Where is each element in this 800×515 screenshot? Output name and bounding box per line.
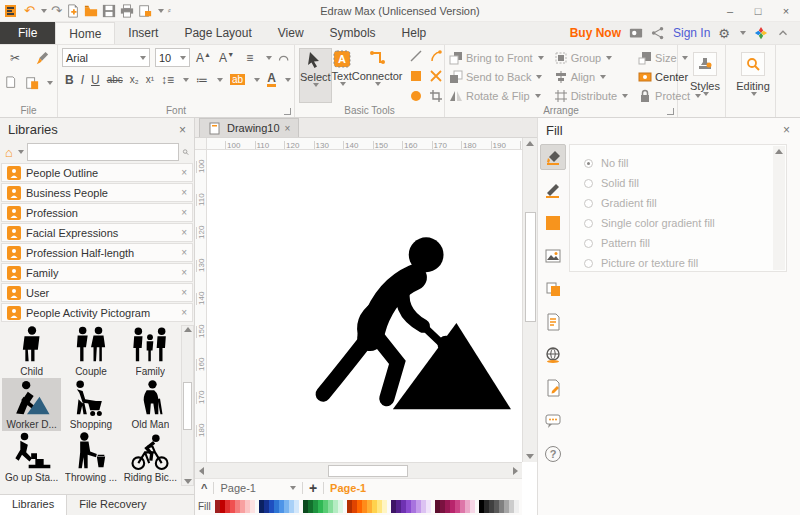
highlight-button[interactable]: ab: [230, 74, 245, 85]
paste-button[interactable]: [25, 73, 41, 93]
align-text-button[interactable]: ≡: [241, 51, 259, 65]
layers-icon[interactable]: [540, 276, 566, 302]
radio-icon[interactable]: [584, 159, 593, 168]
color-swatch[interactable]: [250, 500, 255, 513]
library-item[interactable]: Profession×: [1, 203, 193, 222]
font-size-combo[interactable]: 10: [155, 48, 190, 67]
symbol-riding-bicycle[interactable]: Riding Bic...: [121, 431, 180, 484]
highlight-dropdown-icon[interactable]: [254, 78, 260, 82]
customize-qat-button[interactable]: ⸗: [168, 6, 171, 15]
symbol-grid-scrollbar[interactable]: [181, 325, 194, 486]
styles-button[interactable]: Styles: [682, 48, 728, 96]
comment-icon[interactable]: [540, 408, 566, 434]
symbol-old-man[interactable]: Old Man: [121, 378, 180, 431]
connector-tool-button[interactable]: Connector: [352, 48, 403, 103]
symbol-child[interactable]: Child: [2, 325, 61, 378]
cut-button[interactable]: ✂: [4, 48, 26, 68]
color-swatch[interactable]: [426, 500, 431, 513]
symbol-go-up-stairs[interactable]: Go up Sta...: [2, 431, 61, 484]
library-item[interactable]: Profession Half-length×: [1, 243, 193, 262]
document-tab[interactable]: Drawing10 ×: [199, 118, 299, 137]
shrink-font-button[interactable]: A▼: [218, 51, 236, 65]
crop-tool-button[interactable]: [427, 87, 445, 105]
open-folder-button[interactable]: [84, 4, 98, 18]
symbol-throwing-trash[interactable]: Throwing ...: [61, 431, 120, 484]
home-dropdown-icon[interactable]: [18, 150, 24, 154]
search-icon[interactable]: [182, 145, 189, 159]
library-close-icon[interactable]: ×: [181, 207, 187, 218]
bold-button[interactable]: B: [65, 73, 74, 87]
library-close-icon[interactable]: ×: [181, 167, 187, 178]
settings-gear-icon[interactable]: ⚙: [718, 26, 730, 41]
radio-icon[interactable]: [584, 239, 593, 248]
tab-file[interactable]: File: [0, 22, 55, 44]
library-close-icon[interactable]: ×: [181, 227, 187, 238]
close-button[interactable]: ×: [772, 5, 800, 17]
grow-font-button[interactable]: A▲: [195, 51, 213, 65]
fill-option-picture[interactable]: Picture or texture fill: [584, 253, 784, 273]
group-button[interactable]: Group: [554, 49, 628, 67]
snapshot-icon[interactable]: [629, 26, 643, 40]
library-close-icon[interactable]: ×: [181, 307, 187, 318]
fill-panel-close-icon[interactable]: ×: [783, 123, 790, 137]
horizontal-scrollbar[interactable]: [195, 462, 522, 478]
strikethrough-button[interactable]: abc: [107, 74, 123, 85]
radio-icon[interactable]: [584, 199, 593, 208]
library-item[interactable]: Facial Expressions×: [1, 223, 193, 242]
bullets-button[interactable]: ≔: [196, 73, 208, 87]
italic-button[interactable]: I: [81, 73, 84, 87]
library-close-icon[interactable]: ×: [181, 287, 187, 298]
scroll-thumb[interactable]: [525, 212, 536, 322]
font-dialog-launcher[interactable]: [284, 108, 291, 115]
fill-options-scrollbar[interactable]: [773, 146, 785, 270]
line-spacing-dropdown-icon[interactable]: [183, 78, 189, 82]
paste-dropdown-icon[interactable]: [47, 81, 53, 85]
select-tool-button[interactable]: Select: [299, 48, 332, 103]
colorful-logo-icon[interactable]: [754, 26, 768, 40]
library-item[interactable]: Family×: [1, 263, 193, 282]
libraries-close-icon[interactable]: ×: [179, 123, 186, 137]
print-button[interactable]: [120, 4, 134, 18]
quick-color-icon[interactable]: [540, 210, 566, 236]
library-item[interactable]: People Activity Pictogram×: [1, 303, 193, 322]
tab-insert[interactable]: Insert: [115, 22, 171, 44]
share-icon[interactable]: [651, 26, 665, 40]
add-page-button[interactable]: +: [309, 481, 317, 495]
page-name[interactable]: Page-1: [220, 482, 255, 494]
tab-page-layout[interactable]: Page Layout: [171, 22, 264, 44]
scroll-down-icon[interactable]: [526, 454, 534, 459]
symbol-worker-digging[interactable]: Worker D...: [2, 378, 61, 431]
scroll-up-icon[interactable]: [526, 141, 534, 146]
tab-file-recovery[interactable]: File Recovery: [67, 495, 158, 515]
rotate-flip-button[interactable]: Rotate & Flip: [449, 87, 544, 105]
tab-home[interactable]: Home: [55, 22, 115, 44]
help-icon[interactable]: ?: [540, 441, 566, 467]
drawing-page[interactable]: [207, 150, 522, 462]
line-style-pen-icon[interactable]: [540, 177, 566, 203]
picture-icon[interactable]: [540, 243, 566, 269]
symbol-couple[interactable]: Couple: [61, 325, 120, 378]
underline-button[interactable]: U: [91, 73, 100, 87]
note-icon[interactable]: [540, 375, 566, 401]
radio-icon[interactable]: [584, 259, 593, 268]
font-color-button[interactable]: A: [267, 72, 276, 87]
collapse-ribbon-icon[interactable]: [776, 26, 790, 40]
arrange-dialog-launcher[interactable]: [667, 108, 674, 115]
export-button[interactable]: [138, 4, 152, 18]
pages-expand-icon[interactable]: ^: [201, 482, 207, 494]
active-page-tab[interactable]: Page-1: [330, 482, 366, 494]
library-item[interactable]: People Outline×: [1, 163, 193, 182]
undo-dropdown-icon[interactable]: [41, 9, 47, 13]
scroll-up-icon[interactable]: [184, 327, 192, 332]
scroll-thumb[interactable]: [328, 465, 408, 477]
ellipse-tool-button[interactable]: [407, 87, 425, 105]
rectangle-tool-button[interactable]: [407, 67, 425, 85]
text-tool-button[interactable]: A Text: [332, 48, 352, 103]
align-dropdown-icon[interactable]: [266, 56, 272, 60]
buy-now-link[interactable]: Buy Now: [570, 26, 621, 40]
worker-digging-shape[interactable]: [305, 228, 517, 433]
document-tab-close-icon[interactable]: ×: [285, 123, 291, 134]
settings-dropdown-icon[interactable]: [740, 31, 746, 35]
new-document-button[interactable]: [66, 4, 80, 18]
scroll-up-icon[interactable]: [775, 149, 783, 154]
